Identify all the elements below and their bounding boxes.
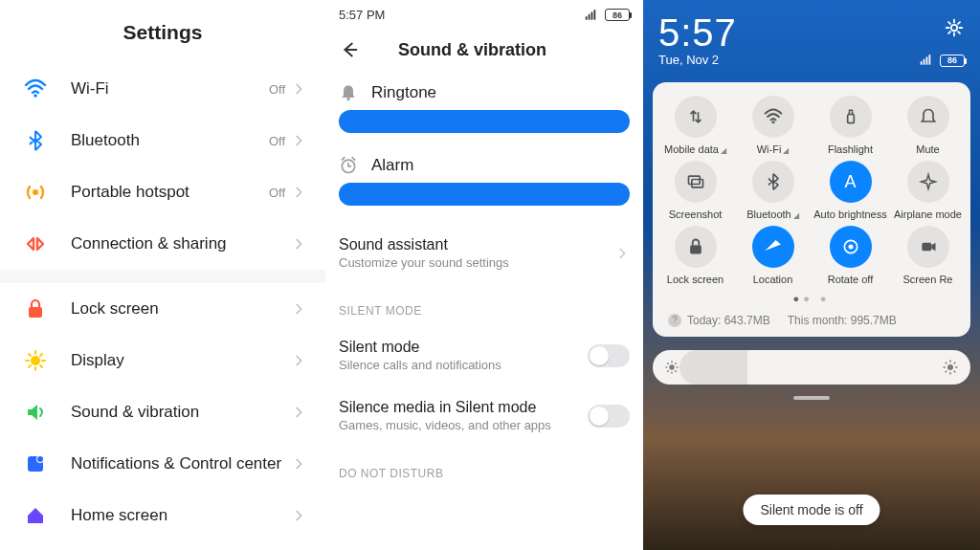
shade-status-icons: 86 [917,54,965,67]
tile-flashlight[interactable]: Flashlight [813,96,887,155]
settings-row-bluetooth[interactable]: Bluetooth Off [0,115,325,166]
row-state: Off [269,82,285,97]
bluetooth-icon [752,161,794,203]
settings-gear-icon[interactable] [944,17,965,38]
tile-label: Screenshot [669,209,723,220]
page-title: Sound & vibration [398,40,546,60]
display-icon [23,348,48,373]
plane-icon [907,161,949,203]
settings-row-display[interactable]: Display [0,335,325,386]
lock-icon [23,297,48,321]
tile-mobile-data[interactable]: Mobile data◢ [658,96,732,155]
dnd-header: DO NOT DISTURB [339,446,630,488]
mute-icon [907,96,949,138]
chevron-right-icon [291,456,306,472]
tile-screen-re[interactable]: Screen Re [891,226,965,285]
back-button[interactable] [339,39,360,60]
brightness-low-icon [664,360,679,375]
brightness-high-icon [942,359,959,376]
silent-mode-row[interactable]: Silent mode Silence calls and notificati… [339,325,630,385]
settings-row-connection-sharing[interactable]: Connection & sharing [0,218,325,270]
chevron-right-icon [291,185,306,200]
battery-icon: 86 [940,55,965,67]
settings-row-home-screen[interactable]: Home screen [0,490,325,541]
row-label: Lock screen [71,299,291,319]
lock-icon [675,226,717,268]
location-icon [752,226,794,268]
silence-media-sub: Games, music, videos, and other apps [339,418,588,432]
silent-mode-header: SILENT MODE [339,283,630,325]
alarm-icon [339,156,358,175]
row-label: Portable hotspot [71,183,269,202]
tile-label: Lock screen [667,274,724,285]
row-label: Bluetooth [71,131,269,150]
settings-row-lock-screen[interactable]: Lock screen [0,283,325,335]
sharing-icon [23,231,48,256]
home-icon [23,503,48,528]
chevron-right-icon [291,301,306,317]
chevron-right-icon [291,353,306,368]
status-time: 5:57 PM [339,8,385,22]
tile-location[interactable]: Location [736,226,810,285]
tile-label: Rotate off [828,274,874,285]
signal-icon [582,9,599,22]
row-state: Off [269,134,285,148]
silence-media-toggle[interactable] [588,405,630,428]
data-usage[interactable]: ?Today: 643.7MB This month: 995.7MB [658,310,965,329]
settings-row-sound-vibration[interactable]: Sound & vibration [0,386,325,438]
tile-label: Bluetooth◢ [746,209,798,220]
sound-icon [23,400,48,425]
tile-wi-fi[interactable]: Wi-Fi◢ [736,96,810,155]
chevron-right-icon [291,508,306,523]
shade-drag-handle[interactable] [793,396,830,400]
page-indicator: ●● ● [658,285,965,310]
row-label: Sound & vibration [71,403,291,422]
tile-label: Screen Re [903,274,953,285]
settings-row-wi-fi[interactable]: Wi-Fi Off [0,63,325,115]
shade-clock: 5:57 [658,11,965,55]
signal-icon [917,54,934,67]
row-label: Connection & sharing [71,234,291,253]
usage-month: This month: 995.7MB [788,314,897,327]
tile-airplane-mode[interactable]: Airplane mode [891,161,965,220]
info-icon: ? [668,314,681,327]
sound-assistant-sub: Customize your sound settings [339,255,614,270]
shot-icon [675,161,717,203]
brightness-slider[interactable] [653,350,970,385]
sound-vibration-screen: 5:57 PM 86 Sound & vibration Ringtone Al… [325,0,643,550]
chevron-right-icon [291,236,306,252]
tile-auto-brightness[interactable]: A Auto brightness [813,161,887,220]
notification-shade: 5:57 Tue, Nov 2 86 Mobile data◢ Wi-Fi◢ F… [643,0,980,550]
wifi-icon [23,77,48,101]
hotspot-icon [23,180,48,205]
status-bar: 5:57 PM 86 [325,0,643,30]
sound-assistant-label: Sound assistant [339,236,614,253]
ringtone-slider[interactable] [339,110,630,133]
flash-icon [830,96,872,138]
silent-mode-label: Silent mode [339,339,588,356]
tile-label: Auto brightness [813,209,886,220]
row-label: Wi-Fi [71,79,269,99]
tile-label: Wi-Fi◢ [757,143,790,155]
tile-label: Mobile data◢ [664,143,726,155]
chevron-right-icon [291,405,306,420]
silent-mode-sub: Silence calls and notifications [339,358,588,372]
row-label: Home screen [71,506,291,525]
tile-bluetooth[interactable]: Bluetooth◢ [736,161,810,220]
sound-assistant-row[interactable]: Sound assistant Customize your sound set… [339,223,630,283]
settings-row-notifications-control-center[interactable]: Notifications & Control center [0,438,325,490]
alarm-slider[interactable] [339,183,630,206]
tile-screenshot[interactable]: Screenshot [658,161,732,220]
autobr-icon: A [830,161,872,203]
toast: Silent mode is off [743,495,880,525]
silence-media-row[interactable]: Silence media in Silent mode Games, musi… [339,385,630,446]
tile-rotate-off[interactable]: Rotate off [813,226,887,285]
chevron-right-icon [614,246,630,261]
settings-row-portable-hotspot[interactable]: Portable hotspot Off [0,166,325,218]
tile-lock-screen[interactable]: Lock screen [658,226,732,285]
quick-settings-panel: Mobile data◢ Wi-Fi◢ Flashlight Mute Scre… [653,82,970,337]
section-divider [0,270,325,283]
silent-mode-toggle[interactable] [588,344,630,367]
tile-mute[interactable]: Mute [891,96,965,155]
row-state: Off [269,186,285,200]
